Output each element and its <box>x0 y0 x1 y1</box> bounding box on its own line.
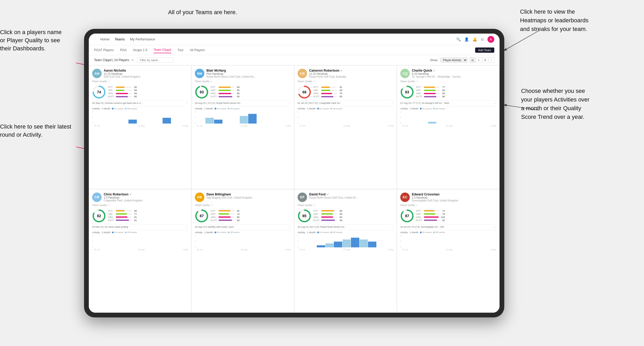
settings-icon[interactable]: ⊙ <box>481 37 484 41</box>
player-name[interactable]: Dave Billingham <box>206 193 291 196</box>
chart-labels: 31 Jul 21 Aug 4 Sep <box>94 248 188 251</box>
quality-label: Player Quality ⓘ <box>92 80 188 83</box>
verified-badge: ✓ <box>327 193 329 196</box>
player-quality-section[interactable]: 87 OTT 82 APP 74 ARG 85 PUTT <box>195 209 291 223</box>
last-round[interactable]: 26 Aug 23 | 84 (+12), Royal North Devon … <box>298 224 393 228</box>
profile-icon[interactable]: 👤 <box>464 37 469 41</box>
bell-icon[interactable]: 🔔 <box>472 37 477 41</box>
last-round[interactable]: 03 Mar 23 | 19, Must make putting → <box>92 224 188 228</box>
player-quality-section[interactable]: 87 OTT 73 APP 79 ARG 103 PUTT <box>400 209 496 223</box>
player-quality-section[interactable]: 68 OTT 61 APP 63 ARG 75 PUTT <box>298 85 393 99</box>
stat-row-ott: OTT 82 <box>211 210 291 212</box>
stat-row-ott: OTT 73 <box>416 210 496 212</box>
grid-view-icon[interactable]: ⊞ <box>470 57 475 63</box>
last-round[interactable]: 02 Sep 23 | Sunrise round to get back in… <box>92 100 188 104</box>
chart-labels: 31 Jul 21 Aug 4 Sep <box>402 125 496 127</box>
chart-container: 6 4 2 31 Jul 21 Aug 4 Sep <box>195 235 291 251</box>
player-name[interactable]: Blair McHarg <box>206 69 291 72</box>
activity-chart <box>300 235 393 248</box>
quality-label: Player Quality ⓘ <box>92 204 188 207</box>
stat-row-putt: PUTT 96 <box>313 219 393 222</box>
player-club: Royal North Devon Golf Club, United Kin.… <box>206 75 291 78</box>
player-info: Dave Billingham Sag Maging Golf Club, Un… <box>206 193 291 199</box>
player-name[interactable]: Chris Robertson ✓ <box>104 193 188 196</box>
search-icon[interactable]: 🔍 <box>456 37 461 41</box>
stat-row-ott: OTT 77 <box>416 86 496 88</box>
subnav-team-clippd[interactable]: Team Clippd <box>154 47 171 53</box>
list-view-icon[interactable]: ≡ <box>476 57 482 63</box>
player-name[interactable]: Aaron Nicholls <box>104 69 188 72</box>
donut-chart: 68 <box>298 85 311 99</box>
stat-row-app: APP 74 <box>211 213 291 215</box>
player-club: Royal Perth Golf Club, Australia <box>309 75 393 78</box>
last-round[interactable]: 18 Jul 23 | 74 (+4), Sunningdale GC - Ol… <box>400 224 496 228</box>
player-name[interactable]: Edward Crossman <box>412 193 496 196</box>
quality-score: 83 <box>405 90 409 94</box>
stats-bars: OTT 73 APP 79 ARG 103 PUTT 92 <box>416 210 496 222</box>
avatar[interactable]: A <box>487 36 494 43</box>
stat-row-arg: ARG 75 <box>313 92 393 95</box>
activity-header: Activity · 1 Month On course Off course <box>195 231 291 234</box>
activity-header: Activity · 1 Month On course Off course <box>298 107 393 110</box>
nav-home[interactable]: Home <box>100 36 110 42</box>
donut-chart: 83 <box>400 85 414 99</box>
player-club: Royal North Devon Golf Club, United Kir.… <box>309 196 393 199</box>
subnav-tour[interactable]: Tour <box>178 47 184 53</box>
player-quality-section[interactable]: 74 OTT 60 APP 58 ARG 84 PUTT <box>92 85 188 99</box>
activity-section: Activity · 1 Month On course Off course … <box>92 230 188 251</box>
subnav-pga[interactable]: PGA <box>120 47 127 53</box>
player-avatar: DF <box>298 193 307 202</box>
stat-row-arg: ARG 83 <box>313 216 393 219</box>
activity-section: Activity · 1 Month On course Off course … <box>92 106 188 127</box>
subnav-all-players[interactable]: All Players <box>190 47 205 53</box>
activity-section: Activity · 1 Month On course Off course … <box>195 106 291 127</box>
player-avatar: DB <box>195 193 204 202</box>
player-quality-section[interactable]: 93 OTT 84 APP 85 ARG 88 PUTT <box>195 85 291 99</box>
player-card: EC Edward Crossman 1-5 Handicap Sunningd… <box>397 189 500 313</box>
show-select[interactable]: Player Activity Quality Trend <box>440 57 468 63</box>
last-round-arrow: → <box>288 102 291 104</box>
verified-badge: ✓ <box>433 69 435 72</box>
nav-performance[interactable]: My Performance <box>130 36 155 42</box>
player-quality-section[interactable]: 85 OTT 89 APP 80 ARG 83 PUTT <box>298 209 393 223</box>
player-name[interactable]: David Ford ✓ <box>309 193 393 196</box>
player-handicap: 1-5 Handicap <box>104 196 188 199</box>
player-header: BM Blair McHarg Plus Handicap Royal Nort… <box>195 69 291 78</box>
activity-chart <box>94 111 188 124</box>
edit-icon[interactable]: ✏ <box>132 58 134 62</box>
last-round[interactable]: 02 Jul 23 | 59 (+17), Craigmillar Park G… <box>298 100 393 104</box>
player-info: Aaron Nicholls 11-15 Handicap Drift Golf… <box>104 69 188 78</box>
stat-row-putt: PUTT 92 <box>416 219 496 222</box>
player-card: AN Aaron Nicholls 11-15 Handicap Drift G… <box>89 65 191 189</box>
ipad-screen: Home Teams My Performance 🔍 👤 🔔 ⊙ A PGAT… <box>89 34 500 313</box>
filter-icon[interactable]: ▼ <box>482 57 488 63</box>
player-quality-section[interactable]: 82 OTT 60 APP 77 ARG 81 PUTT <box>92 209 188 223</box>
donut-chart: 87 <box>195 209 209 223</box>
stats-bars: OTT 60 APP 58 ARG 84 PUTT 85 <box>108 86 188 98</box>
stat-row-app: APP 85 <box>211 89 291 92</box>
player-card: DF David Ford ✓ Royal North Devon Golf C… <box>294 189 397 313</box>
quality-label: Player Quality ⓘ <box>195 204 291 207</box>
nav-teams[interactable]: Teams <box>115 36 125 42</box>
subnav-hcaps[interactable]: Hcaps 1-5 <box>133 47 147 53</box>
player-card: CQ Charlie Quick ✓ 6-10 Handicap St. Geo… <box>397 65 500 189</box>
player-avatar: AN <box>92 69 102 78</box>
player-quality-section[interactable]: 83 OTT 77 APP 80 ARG 83 PUTT <box>400 85 496 99</box>
donut-chart: 82 <box>92 209 106 223</box>
player-name[interactable]: Charlie Quick ✓ <box>412 69 496 72</box>
search-input[interactable] <box>137 57 174 63</box>
stat-row-app: APP 77 <box>108 213 188 215</box>
navbar: Home Teams My Performance 🔍 👤 🔔 ⊙ A <box>89 34 500 45</box>
player-name[interactable]: Cameron Robertson ✓ <box>309 69 393 72</box>
stat-row-putt: PUTT 86 <box>416 95 496 98</box>
player-handicap: 11-15 Handicap <box>104 72 188 75</box>
last-round[interactable]: 07 Aug 23 | 77 (+7), St George's Hill GC… <box>400 100 496 104</box>
subnav-pgat[interactable]: PGAT Players <box>94 47 114 53</box>
quality-label: Player Quality ⓘ <box>298 80 393 83</box>
last-round[interactable]: 04 Sep 23 | Mobility with coach, Gym → <box>195 224 291 228</box>
chart-container: 6 4 2 31 Jul 21 Aug 4 Sep <box>298 111 393 127</box>
last-round[interactable]: 26 Aug 23 | 73 (+1), Royal North Devon G… <box>195 100 291 104</box>
add-team-button[interactable]: Add Team <box>475 47 494 53</box>
chart-labels: 31 Jul 21 Aug 4 Sep <box>300 125 393 127</box>
sort-icon[interactable]: ↕ <box>489 57 494 63</box>
